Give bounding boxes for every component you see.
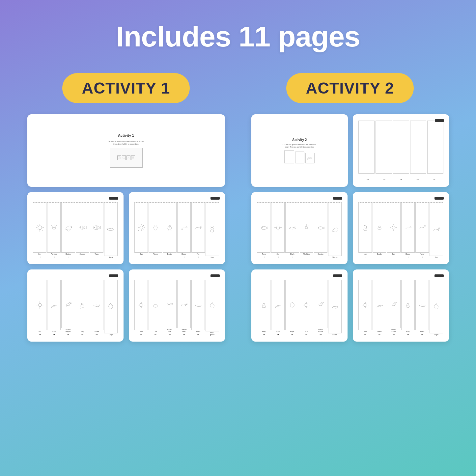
- svg-line-61: [67, 306, 67, 307]
- svg-line-64: [81, 307, 81, 309]
- svg-line-101: [364, 225, 365, 226]
- svg-line-50: [213, 226, 213, 227]
- svg-point-80: [186, 303, 188, 304]
- activity1-land2-card: Sun → Grass →: [27, 269, 124, 342]
- svg-point-51: [38, 303, 42, 307]
- svg-point-89: [276, 226, 280, 229]
- svg-line-11: [42, 230, 43, 231]
- svg-point-48: [211, 227, 213, 230]
- svg-line-65: [84, 307, 84, 309]
- svg-line-116: [265, 307, 266, 308]
- activity1-pages-grid: Activity 1 Order the food chain and usin…: [27, 114, 225, 342]
- svg-line-18: [51, 225, 52, 227]
- activity2-land1-card: Lion → Beetle → Sun →: [353, 192, 449, 264]
- svg-line-115: [262, 307, 263, 308]
- activity2-badge: ACTIVITY 2: [286, 73, 414, 103]
- activity2-section: ACTIVITY 2 Activity 2 Cut out and glue t…: [251, 73, 449, 450]
- svg-point-131: [392, 304, 395, 306]
- svg-line-102: [366, 225, 367, 226]
- svg-point-14: [52, 226, 56, 229]
- activities-container: ACTIVITY 1 Activity 1 Order the food cha…: [26, 73, 450, 450]
- svg-point-123: [319, 304, 322, 306]
- svg-line-38: [138, 230, 139, 231]
- svg-point-83: [308, 157, 310, 159]
- svg-line-49: [211, 226, 211, 227]
- activity2-frog-card: Frog → Grass → Eagle →: [251, 269, 348, 342]
- svg-point-88: [262, 227, 263, 228]
- svg-point-4: [132, 156, 134, 158]
- svg-point-27: [93, 226, 99, 230]
- svg-point-30: [140, 226, 143, 229]
- svg-point-39: [168, 227, 172, 230]
- svg-point-28: [94, 227, 95, 227]
- svg-line-35: [138, 225, 139, 226]
- svg-point-126: [364, 303, 367, 307]
- svg-point-66: [99, 305, 100, 305]
- svg-point-24: [80, 227, 81, 228]
- svg-point-73: [154, 305, 157, 307]
- svg-line-85: [307, 158, 308, 160]
- activity2-pages-grid: Activity 2 Cut out and glue the animals …: [251, 114, 449, 342]
- activity1-land1-card: Sun → Flower →: [129, 192, 225, 264]
- background: Includes 11 pages ACTIVITY 1 Activity 1 …: [0, 0, 476, 476]
- svg-line-58: [70, 302, 71, 303]
- svg-line-13: [37, 230, 38, 231]
- svg-line-17: [56, 225, 57, 227]
- activity1-cover-card: Activity 1 Order the food chain and usin…: [27, 114, 225, 187]
- svg-point-74: [167, 304, 168, 305]
- svg-line-45: [182, 229, 182, 230]
- page-title: Includes 11 pages: [116, 20, 360, 53]
- svg-line-86: [308, 159, 308, 160]
- svg-point-40: [169, 225, 171, 227]
- svg-point-84: [310, 157, 312, 159]
- activity1-section: ACTIVITY 1 Activity 1 Order the food cha…: [27, 73, 225, 450]
- svg-point-56: [67, 304, 70, 306]
- svg-line-10: [37, 225, 38, 226]
- activity1-ocean-card: Sun →: [27, 192, 124, 264]
- svg-line-20: [69, 230, 69, 232]
- svg-line-47: [195, 229, 195, 230]
- svg-line-12: [42, 225, 43, 226]
- svg-line-41: [168, 230, 168, 231]
- svg-point-23: [80, 226, 85, 229]
- svg-point-100: [364, 226, 367, 228]
- svg-point-105: [392, 226, 395, 229]
- activity1-land3-card: Sun → Leaf → Cater-pillar: [129, 269, 225, 342]
- activity2-columns-card: → → → → →: [353, 114, 449, 187]
- svg-point-2: [123, 157, 125, 159]
- svg-point-5: [38, 226, 42, 230]
- svg-line-42: [171, 230, 171, 231]
- svg-point-29: [113, 229, 113, 230]
- svg-point-104: [378, 226, 380, 227]
- svg-line-44: [181, 229, 182, 230]
- svg-point-95: [306, 227, 307, 228]
- svg-line-133: [396, 302, 397, 303]
- svg-line-81: [181, 305, 182, 306]
- svg-line-37: [143, 225, 144, 226]
- svg-line-60: [66, 305, 67, 306]
- activity2-ocean-card: Tuna → Sun → Shark →: [251, 192, 348, 264]
- svg-point-98: [318, 227, 323, 229]
- svg-point-94: [305, 226, 308, 229]
- svg-point-87: [261, 226, 266, 230]
- svg-line-125: [322, 302, 324, 303]
- svg-point-99: [319, 227, 319, 228]
- activity2-cover-card: Activity 2 Cut out and glue the animals …: [251, 114, 348, 187]
- svg-point-118: [305, 303, 308, 307]
- svg-line-19: [67, 230, 68, 231]
- activity1-badge: ACTIVITY 1: [62, 73, 190, 103]
- svg-point-68: [140, 303, 143, 307]
- svg-point-112: [438, 228, 440, 229]
- svg-line-21: [71, 226, 72, 227]
- svg-line-97: [308, 225, 309, 227]
- activity2-last-card: Sun → Grass → Grass-hopper: [353, 269, 449, 342]
- svg-point-75: [168, 304, 170, 305]
- svg-point-15: [53, 227, 55, 228]
- svg-point-3: [132, 157, 134, 159]
- svg-line-36: [143, 230, 144, 231]
